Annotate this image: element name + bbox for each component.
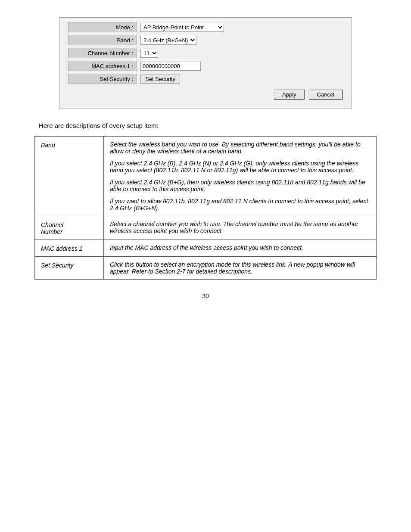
table-row: MAC address 1Input the MAC address of th… bbox=[35, 240, 377, 257]
term-cell: MAC address 1 bbox=[35, 240, 104, 257]
def-paragraph: Select the wireless band you wish to use… bbox=[110, 141, 370, 155]
def-paragraph: Click this button to select an encryptio… bbox=[110, 261, 370, 275]
def-cell: Input the MAC address of the wireless ac… bbox=[104, 240, 377, 257]
band-select[interactable]: 2.4 GHz (B)2.4 GHz (G)2.4 GHz (N)2.4 GHz… bbox=[140, 36, 196, 45]
def-paragraph: Input the MAC address of the wireless ac… bbox=[110, 244, 370, 251]
def-paragraph: If you want to allow 802.11b, 802.11g an… bbox=[110, 198, 370, 212]
page-number: 30 bbox=[34, 292, 377, 299]
def-cell: Select the wireless band you wish to use… bbox=[104, 137, 377, 216]
def-cell: Click this button to select an encryptio… bbox=[104, 257, 377, 280]
term-cell: Band bbox=[35, 137, 104, 216]
page-number-text: 30 bbox=[202, 292, 209, 299]
description-heading: Here are descriptions of every setup ite… bbox=[39, 122, 377, 129]
table-row: ChannelNumberSelect a channel number you… bbox=[35, 216, 377, 240]
config-panel: Mode : AP Bridge-Point to PointAP Bridge… bbox=[59, 17, 352, 109]
band-label: Band : bbox=[68, 35, 137, 45]
set-security-button[interactable]: Set Security bbox=[140, 75, 180, 84]
channel-row: Channel Number : 12345678910111213 bbox=[68, 48, 343, 58]
band-row: Band : 2.4 GHz (B)2.4 GHz (G)2.4 GHz (N)… bbox=[68, 35, 343, 45]
table-row: Set SecurityClick this button to select … bbox=[35, 257, 377, 280]
channel-control: 12345678910111213 bbox=[137, 49, 343, 58]
apply-button[interactable]: Apply bbox=[274, 89, 305, 100]
mac-label: MAC address 1 : bbox=[68, 61, 137, 71]
def-cell: Select a channel number you wish to use.… bbox=[104, 216, 377, 240]
mode-label: Mode : bbox=[68, 22, 137, 32]
security-control: Set Security bbox=[137, 75, 343, 84]
mac-control bbox=[137, 62, 343, 71]
def-paragraph: Select a channel number you wish to use.… bbox=[110, 221, 370, 234]
term-cell: ChannelNumber bbox=[35, 216, 104, 240]
channel-select[interactable]: 12345678910111213 bbox=[140, 49, 158, 58]
security-label: Set Security : bbox=[68, 74, 137, 84]
mode-control: AP Bridge-Point to PointAP Bridge-Point … bbox=[137, 23, 343, 32]
channel-label: Channel Number : bbox=[68, 48, 137, 58]
cancel-button[interactable]: Cancel bbox=[308, 89, 343, 100]
config-actions: Apply Cancel bbox=[68, 89, 343, 100]
band-control: 2.4 GHz (B)2.4 GHz (G)2.4 GHz (N)2.4 GHz… bbox=[137, 36, 343, 45]
security-row: Set Security : Set Security bbox=[68, 74, 343, 84]
mode-select[interactable]: AP Bridge-Point to PointAP Bridge-Point … bbox=[140, 23, 224, 32]
def-paragraph: If you select 2.4 GHz (B+G), then only w… bbox=[110, 179, 370, 193]
mac-row: MAC address 1 : bbox=[68, 61, 343, 71]
term-cell: Set Security bbox=[35, 257, 104, 280]
table-row: BandSelect the wireless band you wish to… bbox=[35, 137, 377, 216]
def-paragraph: If you select 2.4 GHz (B), 2.4 GHz (N) o… bbox=[110, 160, 370, 174]
description-table: BandSelect the wireless band you wish to… bbox=[34, 136, 377, 280]
mode-row: Mode : AP Bridge-Point to PointAP Bridge… bbox=[68, 22, 343, 32]
mac-input[interactable] bbox=[140, 62, 201, 71]
